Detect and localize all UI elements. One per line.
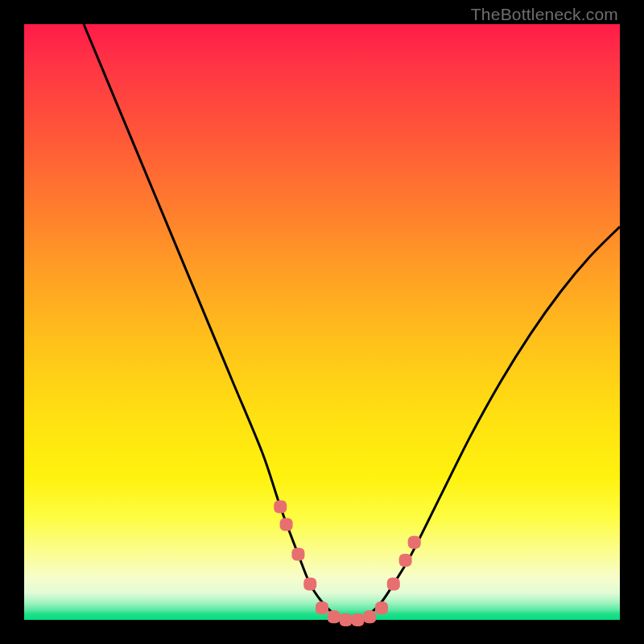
curve-marker <box>399 554 412 567</box>
bottleneck-curve <box>84 24 620 621</box>
curve-marker <box>291 548 304 561</box>
curve-marker <box>303 578 316 591</box>
watermark-text: TheBottleneck.com <box>471 5 618 24</box>
curve-marker <box>351 613 364 626</box>
curve-marker <box>387 578 400 591</box>
curve-marker <box>274 500 287 513</box>
chart-frame: TheBottleneck.com <box>0 0 644 644</box>
curve-marker <box>375 601 388 614</box>
curve-marker <box>280 518 293 531</box>
curve-layer <box>24 24 620 620</box>
curve-marker <box>408 536 421 549</box>
curve-marker <box>316 601 328 614</box>
curve-markers <box>274 500 421 626</box>
curve-marker <box>340 613 353 626</box>
curve-marker <box>328 610 341 623</box>
curve-marker <box>363 610 376 623</box>
plot-area <box>24 24 620 620</box>
